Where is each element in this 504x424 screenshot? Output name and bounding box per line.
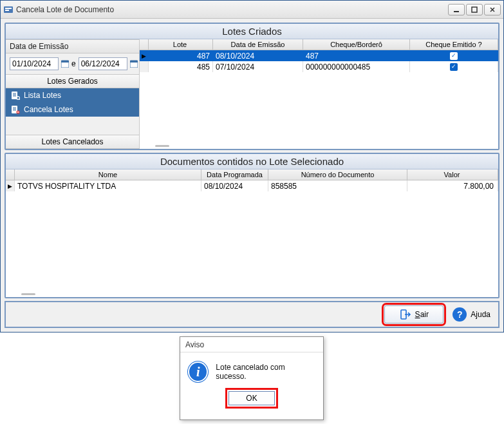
side-actions: Lista Lotes Cancela Lotes: [6, 88, 139, 117]
splitter-handle[interactable]: [6, 291, 498, 297]
cell-cheque: 000000000000485: [303, 61, 410, 72]
table-row[interactable]: 485 07/10/2024 000000000000485 ✓: [140, 61, 498, 72]
svg-rect-1: [5, 8, 12, 9]
col-emitido[interactable]: Cheque Emitido ?: [410, 39, 498, 50]
help-icon: ?: [453, 307, 467, 322]
action-list-label: Lista Lotes: [24, 91, 61, 100]
section-canceled[interactable]: Lotes Cancelados: [6, 135, 139, 149]
date-separator: e: [71, 59, 76, 68]
calendar-icon[interactable]: [130, 58, 138, 70]
cancel-icon: [11, 105, 20, 114]
svg-rect-4: [472, 7, 477, 12]
dialog-message: Lote cancelado com sucesso.: [216, 363, 315, 381]
calendar-icon[interactable]: [61, 58, 69, 70]
cell-lote: 487: [149, 50, 213, 61]
date-range: e: [6, 53, 139, 74]
lotes-grid-header: Lote Data de Emissão Cheque/Borderô Cheq…: [140, 39, 498, 50]
cell-nome: TOTVS HOSPITALITY LTDA: [15, 180, 201, 191]
col-nome[interactable]: Nome: [15, 169, 201, 180]
action-cancel-label: Cancela Lotes: [24, 105, 73, 114]
date-to-input[interactable]: [79, 57, 127, 70]
help-label: Ajuda: [471, 310, 490, 319]
titlebar: Cancela Lote de Documento: [1, 1, 503, 19]
main-window: Cancela Lote de Documento Lotes Criados …: [0, 0, 504, 332]
help-button[interactable]: ? Ajuda: [453, 307, 490, 322]
col-data-prog[interactable]: Data Programada: [201, 169, 268, 180]
documentos-panel-title: Documentos contidos no Lote Selecionado: [6, 154, 498, 169]
sidebar: Data de Emissão e Lotes Gerados: [6, 39, 140, 149]
lotes-panel-title: Lotes Criados: [6, 24, 498, 39]
info-icon: i: [188, 361, 208, 382]
exit-icon: [400, 309, 411, 320]
aviso-dialog: Aviso i Lote cancelado com sucesso. OK: [180, 336, 324, 420]
col-data[interactable]: Data de Emissão: [213, 39, 303, 50]
svg-rect-3: [454, 11, 459, 12]
client-area: Lotes Criados Data de Emissão e: [1, 19, 503, 332]
ok-button[interactable]: OK: [229, 391, 275, 405]
col-numero[interactable]: Número do Documento: [268, 169, 407, 180]
exit-label: air: [420, 310, 429, 319]
dialog-title: Aviso: [180, 337, 323, 352]
date-group-label: Data de Emissão: [6, 39, 139, 53]
check-icon: ✓: [450, 63, 458, 71]
check-icon: ✓: [450, 52, 458, 60]
col-valor[interactable]: Valor: [407, 169, 498, 180]
table-row[interactable]: 487 08/10/2024 487 ✓: [140, 50, 498, 61]
exit-button[interactable]: Sair: [384, 305, 443, 323]
window-buttons: [448, 4, 501, 15]
close-button[interactable]: [484, 4, 501, 15]
lotes-grid-body[interactable]: 487 08/10/2024 487 ✓ 485 07/10/2024 0000…: [140, 50, 498, 142]
cell-emitido: ✓: [410, 61, 498, 72]
window-title: Cancela Lote de Documento: [16, 5, 448, 14]
action-list-lotes[interactable]: Lista Lotes: [6, 88, 139, 102]
col-lote[interactable]: Lote: [149, 39, 213, 50]
cell-data: 07/10/2024: [213, 61, 303, 72]
svg-rect-8: [130, 61, 138, 63]
app-icon: [3, 5, 14, 15]
section-generated[interactable]: Lotes Gerados: [6, 74, 139, 88]
cell-numero: 858585: [268, 180, 407, 191]
documentos-grid-body[interactable]: TOTVS HOSPITALITY LTDA 08/10/2024 858585…: [6, 180, 498, 291]
splitter-handle[interactable]: [140, 142, 498, 149]
col-cheque[interactable]: Cheque/Borderô: [303, 39, 410, 50]
table-row[interactable]: TOTVS HOSPITALITY LTDA 08/10/2024 858585…: [6, 180, 498, 191]
cell-data: 08/10/2024: [213, 50, 303, 61]
documentos-panel: Documentos contidos no Lote Selecionado …: [5, 153, 499, 298]
cell-data-prog: 08/10/2024: [201, 180, 268, 191]
list-icon: [11, 91, 20, 100]
lotes-grid: Lote Data de Emissão Cheque/Borderô Cheq…: [140, 39, 498, 149]
cell-emitido: ✓: [410, 50, 498, 61]
minimize-button[interactable]: [448, 4, 465, 15]
action-cancel-lotes[interactable]: Cancela Lotes: [6, 102, 139, 117]
svg-rect-2: [5, 10, 9, 11]
svg-rect-6: [61, 61, 69, 63]
footer-bar: Sair ? Ajuda: [5, 301, 499, 328]
lotes-panel: Lotes Criados Data de Emissão e: [5, 23, 499, 150]
date-from-input[interactable]: [10, 57, 59, 70]
documentos-grid-header: Nome Data Programada Número do Documento…: [6, 169, 498, 180]
cell-valor: 7.800,00: [407, 180, 498, 191]
maximize-button[interactable]: [466, 4, 483, 15]
cell-cheque: 487: [303, 50, 410, 61]
cell-lote: 485: [149, 61, 213, 72]
